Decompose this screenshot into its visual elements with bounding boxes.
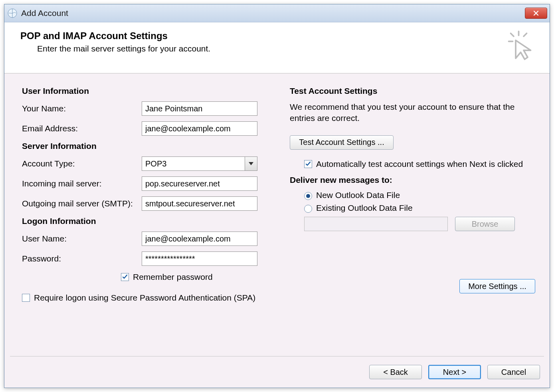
next-button[interactable]: Next > — [428, 365, 481, 379]
content-area: User Information Your Name: Email Addres… — [4, 73, 550, 356]
label-user-name: User Name: — [22, 234, 142, 244]
deliver-label: Deliver new messages to: — [290, 175, 538, 185]
user-name-field[interactable] — [142, 232, 257, 246]
cancel-button[interactable]: Cancel — [487, 365, 540, 379]
left-column: User Information Your Name: Email Addres… — [22, 85, 270, 352]
email-field[interactable] — [142, 121, 257, 136]
wizard-header: POP and IMAP Account Settings Enter the … — [4, 22, 550, 73]
spa-label: Require logon using Secure Password Auth… — [34, 292, 255, 303]
close-button[interactable] — [525, 8, 547, 19]
section-server-info: Server Information — [22, 141, 270, 151]
label-your-name: Your Name: — [22, 104, 142, 113]
section-test-settings: Test Account Settings — [290, 86, 538, 96]
account-type-dropdown-button[interactable] — [245, 157, 257, 170]
password-field[interactable] — [142, 251, 257, 266]
label-email: Email Address: — [22, 124, 142, 133]
wizard-footer: < Back Next > Cancel — [4, 356, 550, 388]
your-name-field[interactable] — [142, 101, 257, 116]
auto-test-checkbox[interactable] — [304, 160, 312, 168]
section-user-info: User Information — [22, 86, 270, 96]
add-account-window: Add Account POP and IMAP Account Setting… — [4, 4, 550, 388]
section-logon-info: Logon Information — [22, 216, 270, 226]
remember-password-checkbox[interactable] — [121, 273, 129, 281]
back-button[interactable]: < Back — [369, 365, 422, 379]
existing-file-path-field — [304, 217, 448, 231]
remember-password-label: Remember password — [133, 271, 213, 283]
account-type-value[interactable] — [142, 156, 257, 171]
test-account-settings-button[interactable]: Test Account Settings ... — [290, 135, 394, 150]
deliver-new-file-label: New Outlook Data File — [316, 190, 400, 200]
outgoing-server-field[interactable] — [142, 196, 257, 211]
page-subtitle: Enter the mail server settings for your … — [20, 44, 506, 53]
spa-checkbox[interactable] — [22, 294, 30, 302]
label-incoming-server: Incoming mail server: — [22, 179, 142, 188]
label-account-type: Account Type: — [22, 159, 142, 168]
label-password: Password: — [22, 254, 142, 263]
account-type-select[interactable] — [142, 156, 257, 171]
right-column: Test Account Settings We recommend that … — [290, 85, 538, 352]
more-settings-button[interactable]: More Settings ... — [459, 279, 535, 293]
label-outgoing-server: Outgoing mail server (SMTP): — [22, 199, 142, 208]
deliver-existing-file-radio[interactable] — [304, 205, 312, 213]
cursor-click-icon — [506, 30, 538, 64]
window-title: Add Account — [21, 8, 525, 18]
page-title: POP and IMAP Account Settings — [20, 30, 506, 42]
auto-test-label: Automatically test account settings when… — [316, 158, 523, 170]
deliver-existing-file-label: Existing Outlook Data File — [316, 203, 413, 213]
test-description: We recommend that you test your account … — [290, 101, 538, 124]
browse-button[interactable]: Browse — [455, 217, 515, 231]
deliver-new-file-radio[interactable] — [304, 192, 312, 200]
chevron-down-icon — [249, 162, 253, 165]
titlebar: Add Account — [4, 4, 550, 22]
app-icon — [8, 8, 17, 18]
incoming-server-field[interactable] — [142, 176, 257, 191]
